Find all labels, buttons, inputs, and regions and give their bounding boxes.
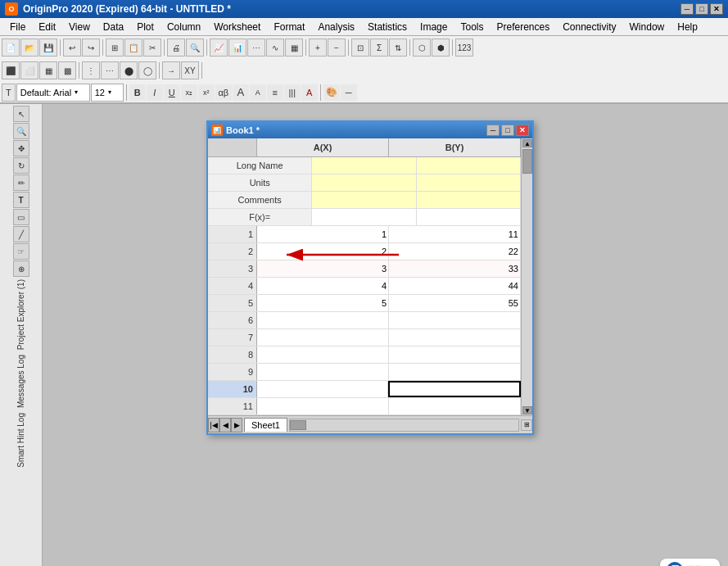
zoom-in-btn[interactable]: 🔍	[13, 123, 29, 139]
scroll-down-btn[interactable]: ▼	[522, 406, 532, 414]
copy-btn[interactable]: ⊞	[106, 38, 124, 57]
menu-file[interactable]: File	[3, 20, 32, 34]
arrow-btn[interactable]: →	[162, 61, 180, 79]
sheet-tab-1[interactable]: Sheet1	[244, 418, 287, 432]
cell-3-a[interactable]: 3	[257, 260, 389, 277]
font-name-dropdown[interactable]: Default: Arial ▾	[16, 84, 90, 102]
cell-6-a[interactable]	[257, 312, 389, 328]
spacing-btn[interactable]: |||	[284, 84, 301, 101]
h-scroll-thumb[interactable]	[290, 420, 306, 430]
menu-worksheet[interactable]: Worksheet	[207, 20, 267, 34]
menu-edit[interactable]: Edit	[32, 20, 62, 34]
obj3-btn[interactable]: ▦	[39, 61, 57, 79]
move-btn[interactable]: ⊕	[13, 260, 29, 277]
subscript-btn[interactable]: x₂	[181, 84, 197, 101]
app-maximize-btn[interactable]: □	[695, 3, 708, 15]
cell-7-b[interactable]	[389, 329, 521, 346]
draw-btn[interactable]: ✏	[13, 174, 29, 191]
superscript-btn[interactable]: x²	[198, 84, 215, 101]
redo-btn[interactable]: ↪	[82, 38, 100, 57]
new-btn[interactable]: 📄	[2, 38, 20, 57]
obj7-btn[interactable]: ⬤	[120, 61, 138, 79]
obj4-btn[interactable]: ▩	[58, 61, 76, 79]
obj8-btn[interactable]: ◯	[138, 61, 156, 79]
col-header-a[interactable]: A(X)	[257, 138, 389, 156]
pan-btn[interactable]: ✥	[13, 140, 29, 156]
app-close-btn[interactable]: ✕	[710, 3, 723, 15]
fit-btn[interactable]: ⊡	[351, 38, 369, 57]
menu-view[interactable]: View	[62, 20, 97, 34]
line-btn[interactable]: ∿	[266, 38, 284, 57]
meta-a-units[interactable]	[312, 174, 416, 191]
pointer-btn[interactable]: ↖	[13, 106, 29, 122]
menu-preferences[interactable]: Preferences	[490, 20, 556, 34]
scatter-btn[interactable]: ⋯	[247, 38, 265, 57]
col-type-btn[interactable]: XY	[181, 61, 199, 79]
mask-btn[interactable]: ⬡	[413, 38, 431, 57]
underline-btn[interactable]: U	[164, 84, 180, 101]
cut-btn[interactable]: ✂	[143, 38, 161, 57]
graph-btn[interactable]: 📈	[210, 38, 228, 57]
col-header-b[interactable]: B(Y)	[389, 138, 521, 156]
meta-a-longname[interactable]	[312, 157, 416, 174]
h-scrollbar[interactable]	[289, 419, 519, 432]
obj5-btn[interactable]: ⋮	[82, 61, 100, 79]
obj2-btn[interactable]: ⬜	[20, 61, 38, 79]
menu-window[interactable]: Window	[623, 20, 671, 34]
cell-2-b[interactable]: 22	[389, 243, 521, 260]
fontcolor-btn[interactable]: A	[301, 84, 318, 101]
cell-10-a[interactable]	[257, 381, 388, 397]
open-btn[interactable]: 📂	[20, 38, 38, 57]
app-minimize-btn[interactable]: ─	[681, 3, 694, 15]
menu-plot[interactable]: Plot	[130, 20, 161, 34]
fillcolor-btn[interactable]: 🎨	[323, 84, 340, 101]
undo-btn[interactable]: ↩	[63, 38, 81, 57]
add-col-btn[interactable]: +	[309, 38, 327, 57]
smallfont-btn[interactable]: A	[250, 84, 266, 101]
tab-nav-first[interactable]: |◀	[208, 418, 219, 432]
bold-btn[interactable]: B	[129, 84, 146, 101]
alpha-btn[interactable]: αβ	[215, 84, 232, 101]
cell-1-b[interactable]: 11	[389, 226, 521, 242]
save-btn[interactable]: 💾	[39, 38, 57, 57]
rotate-btn[interactable]: ↻	[13, 157, 29, 174]
italic-btn[interactable]: I	[147, 84, 163, 101]
cell-11-b[interactable]	[389, 398, 521, 414]
cell-8-b[interactable]	[389, 346, 521, 363]
obj1-btn[interactable]: ⬛	[2, 61, 20, 79]
print-btn[interactable]: 🖨	[167, 38, 185, 57]
menu-statistics[interactable]: Statistics	[361, 20, 414, 34]
font-size-dropdown[interactable]: 12 ▾	[91, 84, 124, 102]
line2-btn[interactable]: ╱	[13, 226, 29, 242]
cell-4-a[interactable]: 4	[257, 278, 389, 294]
cell-4-b[interactable]: 44	[389, 278, 521, 294]
menu-analysis[interactable]: Analysis	[311, 20, 361, 34]
cell-9-a[interactable]	[257, 364, 389, 380]
cell-5-b[interactable]: 55	[389, 295, 521, 311]
cell-10-b[interactable]	[388, 381, 522, 397]
meta-b-units[interactable]	[417, 174, 521, 191]
meta-b-fx[interactable]	[417, 209, 521, 225]
window-close-btn[interactable]: ✕	[516, 125, 529, 136]
123-btn[interactable]: 123	[455, 38, 473, 57]
menu-data[interactable]: Data	[97, 20, 130, 34]
linecolor-btn[interactable]: ─	[341, 84, 357, 101]
cell-2-a[interactable]: 2	[257, 243, 389, 260]
sort-btn[interactable]: ⇅	[389, 38, 407, 57]
paste-btn[interactable]: 📋	[124, 38, 142, 57]
scroll-thumb[interactable]	[522, 149, 532, 174]
window-maximize-btn[interactable]: □	[501, 125, 514, 136]
grid-scrollbar[interactable]: ▲ ▼	[521, 138, 532, 415]
del-col-btn[interactable]: −	[328, 38, 346, 57]
text-btn[interactable]: T	[13, 192, 29, 208]
cell-8-a[interactable]	[257, 346, 389, 363]
cell-1-a[interactable]: 1	[257, 226, 389, 242]
hand-btn[interactable]: ☞	[13, 243, 29, 260]
tab-nav-next[interactable]: ▶	[231, 418, 242, 432]
cell-7-a[interactable]	[257, 329, 389, 346]
stats-btn[interactable]: Σ	[370, 38, 388, 57]
menu-format[interactable]: Format	[267, 20, 311, 34]
sheet-corner-btn[interactable]: ⊞	[521, 419, 532, 431]
cell-9-b[interactable]	[389, 364, 521, 380]
obj6-btn[interactable]: ⋯	[101, 61, 119, 79]
